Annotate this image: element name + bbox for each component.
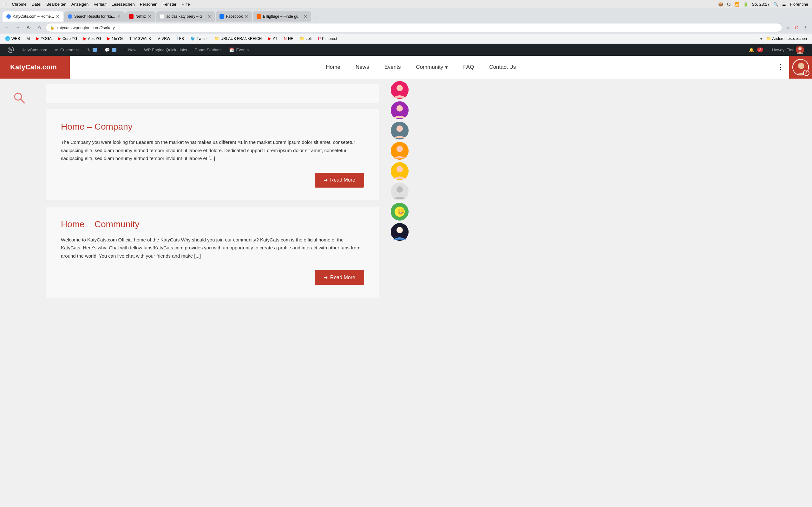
bookmark-twitter[interactable]: 🐦 Twitter bbox=[188, 35, 210, 43]
tab-1[interactable]: KatyCats.com – Home... ✕ bbox=[3, 11, 63, 21]
tab-close-4[interactable]: ✕ bbox=[207, 14, 211, 19]
bookmark-urlaub[interactable]: 📁 URLAUB FRANKREICH bbox=[212, 35, 264, 43]
tab-close-5[interactable]: ✕ bbox=[245, 14, 248, 19]
menu-icon[interactable]: ☰ bbox=[782, 2, 786, 7]
nav-faq[interactable]: FAQ bbox=[455, 56, 481, 78]
home-button[interactable]: ⌂ bbox=[35, 23, 44, 32]
reload-button[interactable]: ↻ bbox=[24, 23, 33, 32]
wp-updates[interactable]: ↻ 1 bbox=[84, 44, 101, 56]
tab-2[interactable]: Search Results for "ka... ✕ bbox=[64, 11, 125, 21]
tab-4[interactable]: adidas katy perry – G... ✕ bbox=[156, 11, 215, 21]
bookmark-core-yg[interactable]: ▶ Core YG bbox=[55, 35, 80, 43]
avatar-5[interactable] bbox=[391, 162, 409, 180]
avatar-1[interactable] bbox=[391, 81, 409, 99]
back-button[interactable]: ← bbox=[3, 23, 11, 32]
avatar-4[interactable] bbox=[391, 142, 409, 160]
wp-howdy[interactable]: Howdy, Flor bbox=[768, 44, 808, 56]
user-avatar-area[interactable]: 3 bbox=[789, 56, 812, 78]
bookmark-favicon: V bbox=[157, 36, 160, 41]
bookmark-yoga[interactable]: ▶ YOGA bbox=[34, 35, 54, 43]
tab-3[interactable]: Netflix ✕ bbox=[125, 11, 155, 21]
wp-logo-item[interactable]: W bbox=[4, 44, 18, 56]
bookmark-web[interactable]: 🌐 WEB bbox=[3, 35, 22, 43]
url-bar[interactable]: 🔒 katycats.wpengine.com/?s=katy bbox=[46, 23, 782, 32]
bookmark-zelt[interactable]: 📁 zelt bbox=[297, 35, 314, 43]
events-admin[interactable]: 📅 Events bbox=[225, 44, 252, 56]
eonet-settings[interactable]: Eonet Settings bbox=[191, 44, 225, 56]
bookmark-favicon: f bbox=[177, 36, 178, 41]
bookmark-label: Andere Lesezeichen bbox=[772, 37, 807, 41]
tab-close-6[interactable]: ✕ bbox=[304, 14, 307, 19]
address-bar-actions: ☆ O ⋮ bbox=[784, 24, 809, 32]
menu-chrome[interactable]: Chrome bbox=[12, 2, 26, 7]
clock: So. 23:17 bbox=[752, 2, 770, 7]
menu-personen[interactable]: Personen bbox=[140, 2, 158, 7]
search-svg bbox=[13, 91, 26, 104]
search-spotlight-icon[interactable]: 🔍 bbox=[773, 2, 778, 7]
notifications-icon: 🔔 bbox=[749, 48, 754, 52]
user-avatar-small bbox=[796, 45, 804, 54]
wp-engine-label: WP Engine Quick Links bbox=[144, 48, 187, 52]
bookmark-1hrYG[interactable]: ▶ 1hrYG bbox=[105, 35, 125, 43]
menu-lesezeichen[interactable]: Lesezeichen bbox=[112, 2, 135, 7]
bookmark-yt[interactable]: ▶ YT bbox=[265, 35, 280, 43]
menu-datei[interactable]: Datei bbox=[32, 2, 41, 7]
comments-icon: 💬 bbox=[105, 48, 110, 52]
events-label: Events bbox=[236, 48, 249, 52]
apple-menu[interactable]:  bbox=[4, 2, 5, 7]
nav-news[interactable]: News bbox=[348, 56, 377, 78]
wp-engine-quick-links[interactable]: WP Engine Quick Links bbox=[140, 44, 191, 56]
new-icon: + bbox=[124, 48, 126, 52]
bookmark-abs-yg[interactable]: ▶ Abs YG bbox=[81, 35, 103, 43]
tab-6[interactable]: Billigflüge – Finde gü... ✕ bbox=[253, 11, 311, 21]
bookmark-favicon: N bbox=[284, 36, 287, 41]
bookmarks-more-button[interactable]: » bbox=[759, 36, 762, 42]
wp-site-name[interactable]: KatyCats.com bbox=[18, 44, 51, 56]
bookmark-favicon: ▶ bbox=[58, 36, 61, 41]
more-menu-icon[interactable]: ⋮ bbox=[802, 24, 809, 32]
nav-events[interactable]: Events bbox=[376, 56, 408, 78]
bookmark-gmail[interactable]: M bbox=[24, 35, 32, 43]
nav-community[interactable]: Community ▾ bbox=[408, 56, 455, 78]
opera-icon[interactable]: O bbox=[793, 24, 801, 32]
avatar-2[interactable] bbox=[391, 101, 409, 119]
avatar-6[interactable] bbox=[391, 182, 409, 200]
tab-5[interactable]: Facebook ✕ bbox=[216, 11, 252, 21]
menu-fenster[interactable]: Fenster bbox=[162, 2, 176, 7]
tab-close-2[interactable]: ✕ bbox=[117, 14, 121, 19]
bookmark-vrw[interactable]: V VRW bbox=[155, 35, 172, 43]
bookmark-label: Twitter bbox=[197, 37, 208, 41]
menu-verlauf[interactable]: Verlauf bbox=[94, 2, 106, 7]
bookmark-nf[interactable]: N NF bbox=[281, 35, 296, 43]
menu-bearbeiten[interactable]: Bearbeiten bbox=[46, 2, 66, 7]
avatar-3[interactable] bbox=[391, 122, 409, 139]
wp-notifications[interactable]: 🔔 2 bbox=[745, 44, 768, 56]
menu-anzeigen[interactable]: Anzeigen bbox=[71, 2, 89, 7]
wp-new[interactable]: + New bbox=[120, 44, 141, 56]
read-more-community-button[interactable]: ➜ Read More bbox=[315, 270, 364, 285]
bookmark-favicon: P bbox=[318, 36, 321, 41]
bookmark-tagwalk[interactable]: T TAGWALK bbox=[126, 35, 154, 43]
bookmark-label: WEB bbox=[11, 37, 20, 41]
read-more-company-button[interactable]: ➜ Read More bbox=[315, 173, 364, 187]
wp-customize[interactable]: ✏ Customize bbox=[51, 44, 84, 56]
nav-contact[interactable]: Contact Us bbox=[481, 56, 523, 78]
bookmark-star-icon[interactable]: ☆ bbox=[784, 24, 792, 32]
new-tab-button[interactable]: + bbox=[312, 13, 321, 21]
svg-point-19 bbox=[397, 186, 403, 193]
tab-close-1[interactable]: ✕ bbox=[56, 14, 60, 19]
tab-close-3[interactable]: ✕ bbox=[148, 14, 152, 19]
nav-more-button[interactable]: ⋮ bbox=[772, 63, 789, 71]
site-logo[interactable]: KatyCats.com bbox=[0, 56, 70, 78]
search-icon[interactable] bbox=[13, 91, 26, 107]
forward-button[interactable]: → bbox=[13, 23, 22, 32]
bookmark-fb[interactable]: f FB bbox=[174, 35, 187, 43]
bookmark-andere[interactable]: 📁 Andere Lesezeichen bbox=[763, 35, 809, 43]
avatar-7[interactable]: 😄 bbox=[391, 203, 409, 221]
nav-home[interactable]: Home bbox=[318, 56, 348, 78]
menu-hilfe[interactable]: Hilfe bbox=[182, 2, 190, 7]
bookmark-pinterest[interactable]: P Pinterest bbox=[316, 35, 340, 43]
avatar-8[interactable] bbox=[391, 223, 409, 241]
svg-point-13 bbox=[397, 125, 403, 132]
wp-comments[interactable]: 💬 1 bbox=[101, 44, 120, 56]
